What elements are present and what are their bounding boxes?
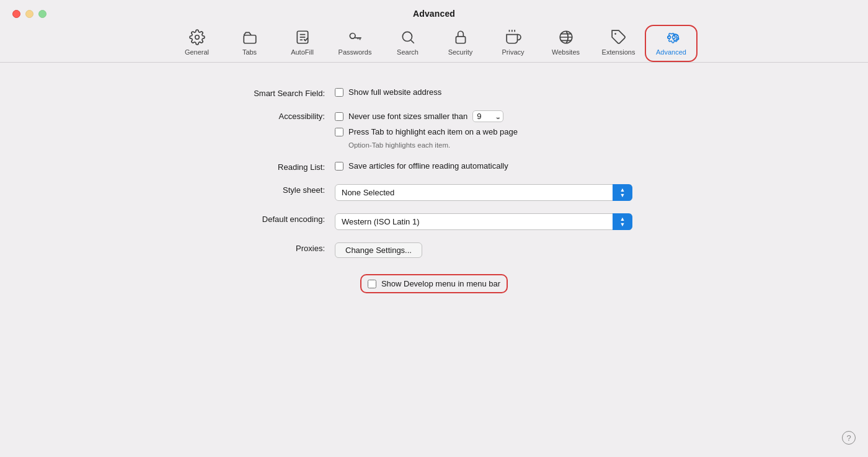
change-settings-button[interactable]: Change Settings...: [335, 242, 422, 258]
font-size-label[interactable]: Never use font sizes smaller than: [348, 112, 467, 121]
svg-rect-1: [244, 35, 256, 43]
tab-passwords-label: Passwords: [339, 48, 372, 56]
develop-menu-row: Show Develop menu in menu bar: [192, 264, 676, 299]
search-icon: [399, 29, 417, 46]
tab-search[interactable]: Search: [381, 25, 434, 62]
smart-search-row: Smart Search Field: Show full website ad…: [192, 81, 676, 104]
tab-advanced-label: Advanced: [656, 48, 686, 56]
accessibility-label: Accessibility:: [192, 110, 335, 121]
lock-icon: [452, 29, 469, 46]
maximize-button[interactable]: [38, 10, 46, 18]
tab-highlight-row: Press Tab to highlight each item on a we…: [335, 127, 676, 136]
window-title: Advanced: [413, 9, 455, 19]
reading-list-row: Reading List: Save articles for offline …: [192, 155, 676, 178]
develop-menu-checkbox-row: Show Develop menu in menu bar: [360, 274, 508, 293]
font-size-row: Never use font sizes smaller than 9 10 1…: [335, 110, 676, 122]
key-icon: [347, 29, 364, 46]
settings-grid: Smart Search Field: Show full website ad…: [192, 81, 676, 299]
style-sheet-row: Style sheet: None Selected ▲ ▼: [192, 178, 676, 207]
default-encoding-select-wrapper[interactable]: Western (ISO Latin 1) Unicode (UTF-8) ▲ …: [335, 213, 632, 230]
tab-advanced[interactable]: Advanced: [645, 25, 698, 62]
svg-point-0: [195, 35, 199, 40]
develop-menu-checkbox[interactable]: [368, 280, 376, 288]
tab-general[interactable]: General: [170, 25, 223, 62]
save-offline-row: Save articles for offline reading automa…: [335, 161, 676, 171]
font-size-select-wrapper[interactable]: 9 10 11 12 13 14 ⌄: [472, 110, 503, 122]
accessibility-row: Accessibility: Never use font sizes smal…: [192, 104, 676, 155]
svg-point-10: [402, 32, 412, 41]
tabs-icon: [241, 29, 259, 46]
title-bar: Advanced: [0, 0, 868, 19]
gear-icon: [188, 29, 206, 46]
close-button[interactable]: [12, 10, 20, 18]
default-encoding-select[interactable]: Western (ISO Latin 1) Unicode (UTF-8): [335, 213, 632, 230]
tab-autofill[interactable]: AutoFill: [276, 25, 329, 62]
style-sheet-select-wrapper[interactable]: None Selected ▲ ▼: [335, 184, 632, 201]
tab-tabs[interactable]: Tabs: [223, 25, 276, 62]
tab-highlight-checkbox[interactable]: [335, 128, 343, 136]
save-offline-label[interactable]: Save articles for offline reading automa…: [348, 161, 508, 171]
tab-extensions[interactable]: Extensions: [592, 25, 645, 62]
help-button[interactable]: ?: [842, 431, 856, 445]
tab-security[interactable]: Security: [434, 25, 487, 62]
tab-search-label: Search: [397, 48, 418, 56]
accessibility-hint: Option-Tab highlights each item.: [348, 141, 676, 149]
show-full-address-label[interactable]: Show full website address: [348, 87, 441, 97]
tab-privacy[interactable]: Privacy: [487, 25, 539, 62]
puzzle-icon: [610, 29, 627, 46]
style-sheet-label: Style sheet:: [192, 184, 335, 195]
font-size-checkbox[interactable]: [335, 112, 343, 121]
default-encoding-control: Western (ISO Latin 1) Unicode (UTF-8) ▲ …: [335, 213, 676, 230]
proxies-label: Proxies:: [192, 242, 335, 253]
show-full-address-row: Show full website address: [335, 87, 676, 97]
tab-privacy-label: Privacy: [502, 48, 524, 56]
develop-menu-label[interactable]: Show Develop menu in menu bar: [381, 279, 500, 288]
tab-autofill-label: AutoFill: [291, 48, 314, 56]
tab-websites-label: Websites: [552, 48, 580, 56]
style-sheet-control: None Selected ▲ ▼: [335, 184, 676, 201]
svg-line-11: [410, 40, 414, 43]
proxies-row: Proxies: Change Settings...: [192, 236, 676, 264]
tab-highlight-label[interactable]: Press Tab to highlight each item on a we…: [348, 127, 518, 136]
save-offline-checkbox[interactable]: [335, 162, 343, 171]
content-area: Smart Search Field: Show full website ad…: [0, 63, 868, 457]
autofill-icon: [294, 29, 311, 46]
tab-extensions-label: Extensions: [602, 48, 636, 56]
accessibility-control: Never use font sizes smaller than 9 10 1…: [335, 110, 676, 149]
tab-security-label: Security: [448, 48, 473, 56]
tab-tabs-label: Tabs: [242, 48, 257, 56]
tab-passwords[interactable]: Passwords: [329, 25, 381, 62]
smart-search-control: Show full website address: [335, 87, 676, 97]
tab-general-label: General: [185, 48, 209, 56]
proxies-control: Change Settings...: [335, 242, 676, 258]
advanced-gear-icon: [663, 29, 680, 46]
tab-websites[interactable]: Websites: [539, 25, 592, 62]
reading-list-control: Save articles for offline reading automa…: [335, 161, 676, 171]
svg-rect-12: [456, 37, 465, 43]
svg-point-19: [672, 36, 675, 39]
reading-list-label: Reading List:: [192, 161, 335, 172]
show-full-address-checkbox[interactable]: [335, 88, 343, 97]
globe-icon: [557, 29, 575, 46]
default-encoding-label: Default encoding:: [192, 213, 335, 224]
font-size-select[interactable]: 9 10 11 12 13 14: [472, 110, 503, 122]
toolbar: General Tabs AutoFill: [0, 19, 868, 63]
default-encoding-row: Default encoding: Western (ISO Latin 1) …: [192, 207, 676, 236]
hand-icon: [505, 29, 522, 46]
smart-search-label: Smart Search Field:: [192, 87, 335, 98]
traffic-lights: [12, 10, 46, 18]
svg-point-6: [350, 33, 355, 39]
style-sheet-select[interactable]: None Selected: [335, 184, 632, 201]
minimize-button[interactable]: [25, 10, 33, 18]
